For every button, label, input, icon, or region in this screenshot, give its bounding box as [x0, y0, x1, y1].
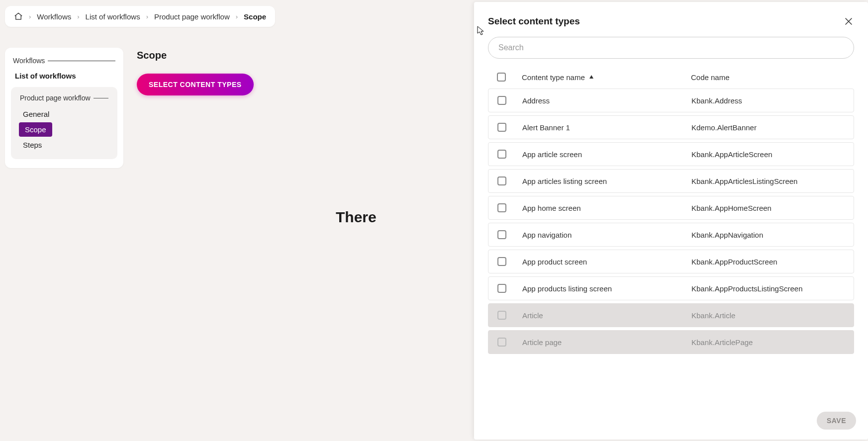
- divider: [94, 98, 108, 98]
- row-content-type-name: Article page: [522, 338, 691, 347]
- row-content-type-name: Address: [522, 96, 691, 105]
- row-content-type-name: Alert Banner 1: [522, 123, 691, 132]
- breadcrumb-list-of-workflows[interactable]: List of workflows: [86, 12, 140, 21]
- row-content-type-name: App article screen: [522, 150, 691, 159]
- save-button[interactable]: SAVE: [817, 412, 856, 430]
- divider: [48, 61, 115, 61]
- table-row[interactable]: App home screenKbank.AppHomeScreen: [488, 196, 854, 220]
- row-code-name: Kbank.Article: [691, 311, 845, 320]
- row-code-name: Kbank.AppHomeScreen: [691, 204, 845, 212]
- empty-state-heading: There: [336, 209, 377, 226]
- table-row[interactable]: App article screenKbank.AppArticleScreen: [488, 142, 854, 166]
- row-code-name: Kbank.AppNavigation: [691, 231, 845, 239]
- row-content-type-name: App navigation: [522, 231, 691, 239]
- select-content-types-panel: Select content types Content type name C…: [474, 2, 868, 440]
- column-header-code[interactable]: Code name: [691, 73, 845, 82]
- row-checkbox[interactable]: [497, 176, 506, 185]
- row-checkbox[interactable]: [497, 203, 506, 212]
- select-all-checkbox[interactable]: [497, 73, 506, 82]
- table-row: ArticleKbank.Article: [488, 303, 854, 327]
- breadcrumb-workflows[interactable]: Workflows: [37, 12, 71, 21]
- content-type-table: Content type name Code name AddressKbank…: [474, 59, 868, 402]
- row-code-name: Kbank.AppArticleScreen: [691, 150, 845, 159]
- table-row[interactable]: AddressKbank.Address: [488, 88, 854, 112]
- table-row[interactable]: App product screenKbank.AppProductScreen: [488, 250, 854, 273]
- table-header-row: Content type name Code name: [488, 68, 854, 88]
- table-row[interactable]: App navigationKbank.AppNavigation: [488, 223, 854, 247]
- breadcrumb-product-page-workflow[interactable]: Product page workflow: [154, 12, 230, 21]
- sort-asc-icon: [589, 75, 594, 80]
- panel-header: Select content types: [474, 2, 868, 32]
- row-content-type-name: App products listing screen: [522, 284, 691, 293]
- sidebar-item-general[interactable]: General: [15, 106, 113, 122]
- sidebar-sub: Product page workflow General Scope Step…: [11, 87, 117, 159]
- search-wrap: [474, 32, 868, 59]
- page-title: Scope: [137, 50, 167, 61]
- select-content-types-button[interactable]: SELECT CONTENT TYPES: [137, 74, 254, 95]
- sidebar-sub-header: Product page workflow: [15, 92, 113, 106]
- row-content-type-name: Article: [522, 311, 691, 320]
- row-code-name: Kdemo.AlertBanner: [691, 123, 845, 132]
- sidebar-item-steps[interactable]: Steps: [15, 137, 113, 153]
- sidebar-heading: Workflows: [11, 55, 117, 68]
- chevron-right-icon: ›: [29, 13, 31, 20]
- row-content-type-name: App product screen: [522, 258, 691, 266]
- sidebar-sub-header-label: Product page workflow: [20, 94, 91, 102]
- sidebar-item-scope[interactable]: Scope: [19, 122, 52, 137]
- sidebar-item-list-of-workflows[interactable]: List of workflows: [11, 68, 117, 84]
- table-row[interactable]: App products listing screenKbank.AppProd…: [488, 276, 854, 300]
- row-code-name: Kbank.ArticlePage: [691, 338, 845, 347]
- column-header-name-label: Content type name: [522, 73, 585, 82]
- close-icon[interactable]: [843, 16, 854, 27]
- row-checkbox[interactable]: [497, 257, 506, 266]
- row-code-name: Kbank.Address: [691, 96, 845, 105]
- table-row[interactable]: App articles listing screenKbank.AppArti…: [488, 169, 854, 193]
- chevron-right-icon: ›: [236, 13, 238, 20]
- row-checkbox[interactable]: [497, 123, 506, 132]
- row-checkbox[interactable]: [497, 230, 506, 239]
- breadcrumb: › Workflows › List of workflows › Produc…: [5, 6, 275, 27]
- table-row[interactable]: Alert Banner 1Kdemo.AlertBanner: [488, 115, 854, 139]
- panel-title: Select content types: [488, 16, 580, 27]
- row-code-name: Kbank.AppProductScreen: [691, 258, 845, 266]
- row-checkbox: [497, 338, 506, 347]
- row-checkbox[interactable]: [497, 150, 506, 159]
- row-code-name: Kbank.AppArticlesListingScreen: [691, 177, 845, 185]
- sidebar: Workflows List of workflows Product page…: [5, 48, 123, 168]
- column-header-name[interactable]: Content type name: [522, 73, 691, 82]
- chevron-right-icon: ›: [146, 13, 148, 20]
- sidebar-heading-label: Workflows: [13, 57, 45, 65]
- table-row: Article pageKbank.ArticlePage: [488, 330, 854, 354]
- row-checkbox[interactable]: [497, 96, 506, 105]
- row-code-name: Kbank.AppProductsListingScreen: [691, 284, 845, 293]
- row-checkbox[interactable]: [497, 284, 506, 293]
- panel-footer: SAVE: [474, 402, 868, 440]
- row-checkbox: [497, 311, 506, 320]
- row-content-type-name: App articles listing screen: [522, 177, 691, 185]
- home-icon[interactable]: [14, 12, 23, 21]
- row-content-type-name: App home screen: [522, 204, 691, 212]
- breadcrumb-scope: Scope: [244, 12, 266, 21]
- search-input[interactable]: [488, 37, 854, 59]
- chevron-right-icon: ›: [77, 13, 79, 20]
